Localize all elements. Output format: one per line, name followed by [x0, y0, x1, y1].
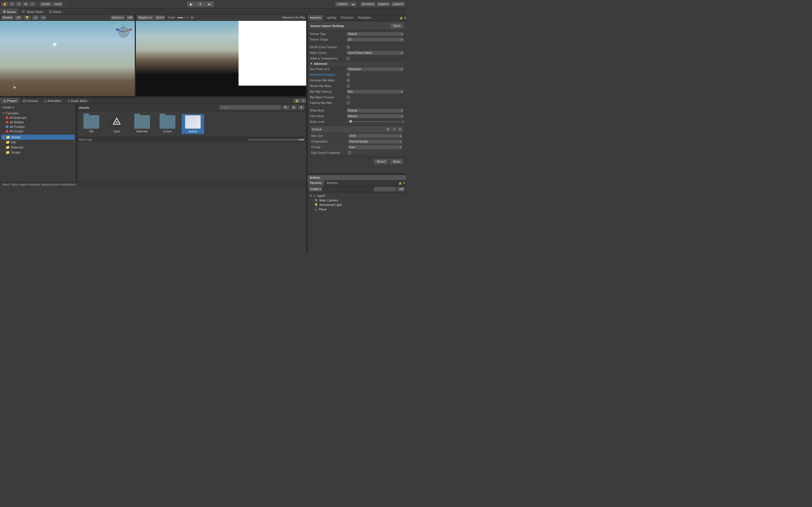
- advanced-section-header[interactable]: ▼ Advanced: [309, 61, 405, 66]
- 2d-button[interactable]: 2D: [15, 15, 22, 20]
- account-dropdown[interactable]: Account ▾: [360, 2, 375, 6]
- rotate-tool[interactable]: ↺: [16, 2, 22, 6]
- scripts-tree-item[interactable]: 📁 Scripts: [4, 150, 75, 155]
- non-power-dropdown[interactable]: ToNearest: [347, 67, 404, 71]
- play-button[interactable]: ▶: [187, 1, 196, 7]
- all-models-item[interactable]: All Models: [4, 120, 75, 124]
- move-tool[interactable]: ✛: [9, 2, 15, 6]
- aniso-slider[interactable]: [347, 121, 401, 122]
- assets-star-button[interactable]: ★: [298, 105, 305, 110]
- hierarchy-create-dropdown[interactable]: Create ▾: [309, 187, 322, 191]
- texture-asset[interactable]: texture: [182, 114, 204, 134]
- platform-download-button[interactable]: ⬇: [386, 127, 391, 131]
- materials-asset[interactable]: Materials: [131, 114, 153, 134]
- directional-light-item[interactable]: 💡 Directional Light: [313, 203, 405, 207]
- cloud-button[interactable]: ☁: [350, 2, 357, 6]
- scene-content[interactable]: Y X Z: [0, 21, 135, 96]
- alpha-source-dropdown[interactable]: Input Texture Alpha: [347, 51, 404, 55]
- panel-menu-button[interactable]: ≡: [301, 98, 306, 103]
- fx-toggle[interactable]: ✦: [40, 15, 47, 20]
- all-prefabs-item[interactable]: All Prefabs: [4, 124, 75, 129]
- all-scripts-item[interactable]: All Scripts: [4, 129, 75, 133]
- scene-root-item[interactable]: ▼ ⊞ input*: [309, 193, 405, 198]
- mip-filter-dropdown[interactable]: Box: [347, 90, 404, 94]
- border-mip-checkbox[interactable]: [347, 84, 350, 88]
- animator-tab[interactable]: Animator: [324, 180, 341, 186]
- dlls-asset[interactable]: Dlls: [80, 114, 103, 134]
- ratio-dropdown[interactable]: 16:9 ▾: [155, 15, 165, 20]
- fadeout-mip-checkbox[interactable]: [347, 101, 350, 105]
- scale-tool[interactable]: ⊞: [22, 2, 29, 6]
- audio-toggle[interactable]: 🔊: [32, 15, 39, 20]
- assets-tree-item[interactable]: ▼ 📁 Assets: [1, 135, 75, 140]
- local-button[interactable]: Local: [52, 2, 63, 6]
- srgb-checkbox[interactable]: [347, 45, 350, 49]
- gizmos-dropdown[interactable]: Gizmos ▾: [110, 15, 125, 20]
- display-dropdown[interactable]: Display 1 ▾: [137, 15, 154, 20]
- hierarchy-menu-icon[interactable]: [403, 181, 405, 185]
- shaded-dropdown[interactable]: Shaded: [1, 15, 13, 20]
- layers-dropdown[interactable]: Layers ▾: [377, 2, 390, 6]
- assets-search[interactable]: [219, 105, 281, 110]
- revert-button[interactable]: Revert: [374, 159, 388, 164]
- hierarchy-tab[interactable]: Hierarchy: [308, 180, 324, 186]
- format-dropdown[interactable]: Auto: [348, 145, 402, 149]
- wrap-mode-dropdown[interactable]: Repeat: [347, 108, 404, 113]
- tab-game[interactable]: ⊡ Game: [46, 9, 64, 14]
- assets-filter-button[interactable]: ⊕: [291, 105, 297, 110]
- platform-info-button[interactable]: ℹ: [398, 127, 402, 131]
- texture-type-dropdown[interactable]: Default: [347, 32, 404, 36]
- inspector-lock-icon[interactable]: [400, 16, 403, 19]
- step-button[interactable]: ⏭: [205, 1, 214, 7]
- crunch-checkbox[interactable]: [348, 151, 351, 154]
- inspector-tab[interactable]: Inspector: [308, 15, 324, 21]
- all-dropdown[interactable]: +All: [126, 15, 134, 20]
- occlusion-tab[interactable]: Occlusion: [339, 15, 356, 21]
- main-camera-item[interactable]: 📷 Main Camera: [313, 198, 405, 203]
- favorites-header[interactable]: ▼ Favorites: [1, 111, 75, 115]
- light-toggle[interactable]: 💡: [23, 15, 31, 20]
- scale-slider[interactable]: [177, 17, 189, 18]
- navigation-tab[interactable]: Navigation: [356, 15, 374, 21]
- dlls-tree-item[interactable]: 📁 Dlls: [4, 140, 75, 145]
- filter-mode-dropdown[interactable]: Bilinear: [347, 114, 404, 118]
- read-write-checkbox[interactable]: [347, 73, 350, 76]
- open-button[interactable]: Open: [390, 23, 403, 29]
- materials-tree-item[interactable]: 📁 Materials: [4, 145, 75, 150]
- hierarchy-lock-icon[interactable]: [398, 181, 402, 185]
- hierarchy-all-dropdown[interactable]: +All: [397, 187, 405, 191]
- max-size-dropdown[interactable]: 2048: [348, 134, 402, 138]
- tab-scene[interactable]: ⊞ Scene: [0, 9, 18, 14]
- hierarchy-search[interactable]: [373, 187, 396, 191]
- collab-button[interactable]: Collab ▾: [335, 2, 349, 6]
- tab-audio[interactable]: ♬ Audio Mixer: [64, 98, 91, 104]
- center-button[interactable]: Center: [40, 2, 52, 6]
- alpha-transparency-checkbox[interactable]: [347, 57, 350, 60]
- pause-button[interactable]: ⏸: [196, 1, 205, 7]
- input-asset[interactable]: input: [105, 114, 128, 134]
- maximize-label[interactable]: Maximize On Play: [282, 16, 305, 19]
- scroll-bar[interactable]: [248, 139, 305, 140]
- all-materials-item[interactable]: All Materials: [4, 115, 75, 120]
- platform-down2-button[interactable]: ⇩: [392, 127, 397, 131]
- scripts-asset[interactable]: Scripts: [156, 114, 179, 134]
- lighting-tab[interactable]: Lighting: [324, 15, 339, 21]
- apply-button[interactable]: Apply: [390, 159, 403, 164]
- tab-project[interactable]: ◫ Project: [0, 98, 20, 104]
- assets-search-icon[interactable]: 🔍: [282, 105, 290, 110]
- plane-item[interactable]: ▭ Plane: [313, 207, 405, 212]
- hand-tool[interactable]: ✋: [1, 2, 8, 6]
- generate-mip-checkbox[interactable]: [347, 78, 350, 82]
- inspector-menu-icon[interactable]: [404, 16, 406, 20]
- compression-dropdown[interactable]: Normal Quality: [348, 139, 402, 144]
- layout-dropdown[interactable]: Layout ▾: [391, 2, 405, 6]
- aniso-thumb[interactable]: [349, 120, 352, 123]
- rect-tool[interactable]: ▭: [29, 2, 36, 6]
- tab-animation[interactable]: ▷ Animation: [41, 98, 64, 104]
- tab-console[interactable]: ⊟ Console: [20, 98, 41, 104]
- tab-asset-store[interactable]: 🛒 Asset Store: [18, 9, 46, 14]
- texture-shape-dropdown[interactable]: 2D: [347, 38, 404, 42]
- lock-panel-button[interactable]: 🔒: [293, 98, 301, 103]
- mip-preserve-checkbox[interactable]: [347, 96, 350, 99]
- create-button[interactable]: Create ▾: [1, 105, 75, 110]
